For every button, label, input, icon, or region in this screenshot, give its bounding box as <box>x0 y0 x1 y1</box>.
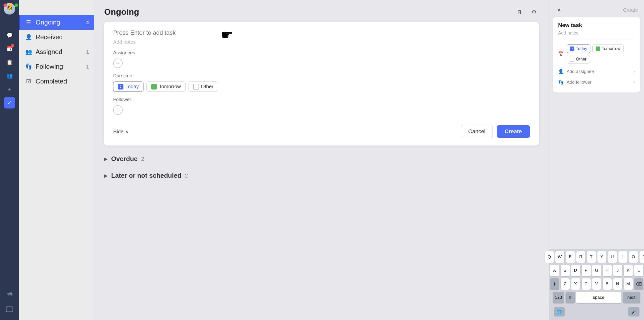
right-today-button[interactable]: 7 Today <box>567 44 590 53</box>
space-key[interactable]: space <box>576 292 621 303</box>
key-t[interactable]: T <box>587 251 596 263</box>
key-q[interactable]: Q <box>545 251 554 263</box>
task-title-input[interactable] <box>113 29 530 36</box>
numbers-key[interactable]: 123 <box>553 292 564 303</box>
later-section[interactable]: ▶ Later or not scheduled 2 <box>94 167 549 184</box>
due-time-section: Due time 7 Today → Tomorrow Other <box>113 73 530 92</box>
create-button[interactable]: Create <box>497 125 530 138</box>
video-icon[interactable]: 📹 <box>4 288 15 300</box>
following-count: 1 <box>86 64 89 70</box>
key-g[interactable]: G <box>592 265 601 276</box>
minimize-button[interactable] <box>9 4 13 7</box>
cancel-button[interactable]: Cancel <box>461 125 493 138</box>
key-o[interactable]: O <box>629 251 638 263</box>
right-other-button[interactable]: Other <box>567 55 590 64</box>
sidebar-item-ongoing[interactable]: ☰ Ongoing 4 <box>19 15 94 30</box>
right-tomorrow-label: Tomorrow <box>602 46 620 51</box>
key-u[interactable]: U <box>608 251 617 263</box>
globe-key[interactable]: 🌐 <box>554 307 565 316</box>
right-panel-close-button[interactable]: × <box>555 6 563 14</box>
key-r[interactable]: R <box>576 251 585 263</box>
next-key[interactable]: next <box>623 292 640 303</box>
calendar-icon[interactable]: 📅 7 <box>4 43 15 54</box>
ongoing-label: Ongoing <box>36 18 83 26</box>
shift-key[interactable]: ⬆ <box>550 278 559 290</box>
key-n[interactable]: N <box>613 278 622 290</box>
key-i[interactable]: I <box>618 251 627 263</box>
key-z[interactable]: Z <box>561 278 570 290</box>
new-task-notes[interactable]: Add notes <box>558 30 635 39</box>
follower-row-icon: 👣 <box>558 80 564 85</box>
keyboard-row-3: ⬆ Z X C V B N M ⌫ <box>551 278 642 290</box>
assigned-count: 1 <box>86 49 89 55</box>
follower-section: Follower + <box>113 97 530 115</box>
new-task-title: New task <box>558 22 635 28</box>
key-a[interactable]: A <box>550 265 559 276</box>
add-follower-button[interactable]: + <box>113 105 123 115</box>
close-button[interactable] <box>4 4 7 7</box>
key-y[interactable]: Y <box>597 251 606 263</box>
delete-key[interactable]: ⌫ <box>634 278 643 290</box>
right-panel: × Create New task Add notes 📅 7 Today → … <box>549 0 644 320</box>
add-assignee-button[interactable]: + <box>113 58 123 68</box>
page-title: Ongoing <box>104 7 515 17</box>
messages-icon[interactable]: 💬 <box>4 30 15 41</box>
key-e[interactable]: E <box>566 251 575 263</box>
sidebar-item-assigned[interactable]: 👥 Assigned 1 <box>19 44 94 59</box>
tasks-icon[interactable]: ✓ <box>4 97 15 108</box>
sidebar-item-following[interactable]: 👣 Following 1 <box>19 59 94 74</box>
grid-icon[interactable]: ⊞ <box>4 84 15 95</box>
key-m[interactable]: M <box>624 278 633 290</box>
later-count: 2 <box>185 172 188 179</box>
key-f[interactable]: F <box>582 265 591 276</box>
mic-key[interactable]: 🎤 <box>628 307 639 316</box>
assigned-icon: 👥 <box>25 49 32 55</box>
keyboard-bottom: 🌐 🎤 <box>551 305 642 318</box>
sidebar-item-received[interactable]: 👤 Received <box>19 30 94 44</box>
form-actions: Hide ∧ Cancel Create <box>113 120 530 138</box>
assignee-row[interactable]: 👤 Add assignee › <box>558 66 635 77</box>
due-time-buttons: 7 Today → Tomorrow Other <box>113 82 530 92</box>
key-p[interactable]: P <box>639 251 644 263</box>
maximize-button[interactable] <box>15 4 18 7</box>
overdue-section[interactable]: ▶ Overdue 2 <box>94 150 549 167</box>
follower-placeholder: Add follower <box>567 80 631 85</box>
key-b[interactable]: B <box>603 278 612 290</box>
today-button[interactable]: 7 Today <box>113 82 143 92</box>
follower-chevron-icon: › <box>634 80 635 84</box>
key-c[interactable]: C <box>582 278 591 290</box>
key-k[interactable]: K <box>624 265 633 276</box>
new-task-card: New task Add notes 📅 7 Today → Tomorrow … <box>553 17 640 92</box>
right-tomorrow-button[interactable]: → Tomorrow <box>592 44 624 53</box>
key-v[interactable]: V <box>592 278 601 290</box>
sort-button[interactable]: ⇅ <box>515 7 524 17</box>
right-panel-header: × Create <box>549 0 644 17</box>
assignee-chevron-icon: › <box>634 69 635 74</box>
emoji-key[interactable]: ☺ <box>566 292 575 303</box>
key-x[interactable]: X <box>571 278 580 290</box>
key-w[interactable]: W <box>555 251 564 263</box>
key-l[interactable]: L <box>634 265 643 276</box>
overdue-title: Overdue <box>111 155 138 163</box>
right-panel-create-button[interactable]: Create <box>623 7 638 13</box>
ongoing-icon: ☰ <box>25 19 32 26</box>
team-icon[interactable]: 👥 <box>4 70 15 82</box>
calendar-row-icon: 📅 <box>558 51 564 57</box>
tomorrow-button[interactable]: → Tomorrow <box>146 82 186 92</box>
follower-row[interactable]: 👣 Add follower › <box>558 77 635 88</box>
sidebar-item-completed[interactable]: ☑ Completed <box>19 74 94 89</box>
notes-icon[interactable]: 📋 <box>4 56 15 68</box>
window-controls <box>4 4 18 7</box>
assignees-label: Assignees <box>113 50 530 56</box>
calendar-row: 📅 7 Today → Tomorrow Other <box>558 42 635 66</box>
screen-icon[interactable] <box>4 304 15 315</box>
nav-sidebar: ☰ Ongoing 4 👤 Received 👥 Assigned 1 👣 Fo… <box>19 0 94 320</box>
settings-button[interactable]: ⚙ <box>529 7 539 17</box>
other-button[interactable]: Other <box>189 82 218 92</box>
task-notes[interactable]: Add notes <box>113 39 530 45</box>
hide-button[interactable]: Hide ∧ <box>113 129 457 134</box>
key-d[interactable]: D <box>571 265 580 276</box>
key-h[interactable]: H <box>603 265 612 276</box>
key-j[interactable]: J <box>613 265 622 276</box>
key-s[interactable]: S <box>561 265 570 276</box>
